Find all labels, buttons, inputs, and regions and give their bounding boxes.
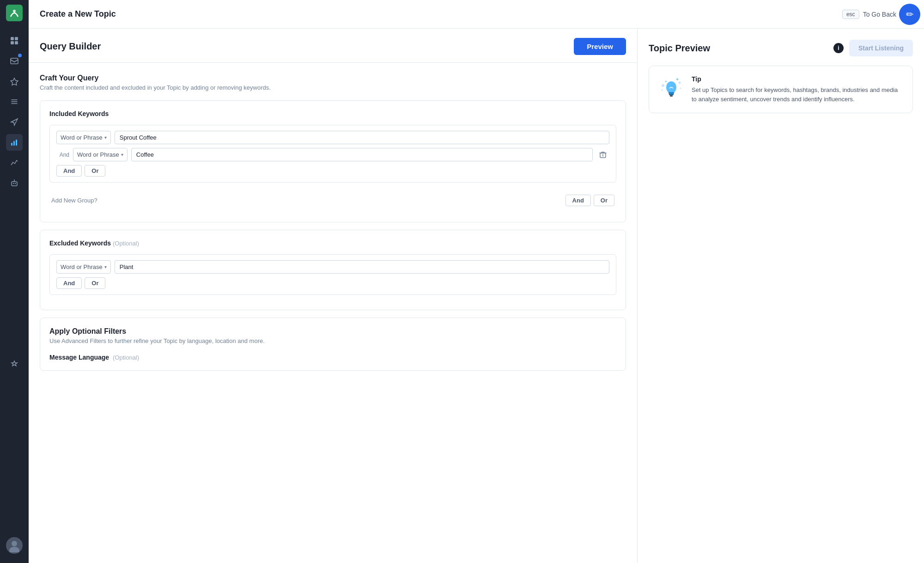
- svg-rect-11: [13, 141, 15, 146]
- add-group-and-button[interactable]: And: [565, 195, 591, 206]
- svg-point-24: [661, 89, 663, 91]
- svg-rect-6: [11, 58, 18, 64]
- to-go-back-label: To Go Back: [863, 11, 896, 18]
- left-panel: Query Builder Preview Craft Your Query C…: [29, 29, 638, 563]
- sidebar-avatar[interactable]: [6, 537, 23, 554]
- excluded-and-button[interactable]: And: [56, 277, 82, 289]
- included-or-button[interactable]: Or: [85, 165, 105, 177]
- info-icon[interactable]: i: [833, 43, 844, 53]
- tip-content: Tip Set up Topics to search for keywords…: [692, 75, 903, 104]
- message-language-optional: (Optional): [113, 354, 139, 361]
- esc-badge: esc: [842, 10, 859, 19]
- sidebar-item-bar-chart[interactable]: [6, 154, 23, 171]
- included-keywords-box: Included Keywords Word or Phrase ▾: [40, 100, 626, 222]
- panel-body: Craft Your Query Craft the content inclu…: [29, 63, 637, 389]
- included-type-select-1[interactable]: Word or Phrase ▾: [56, 131, 111, 144]
- sidebar-item-list[interactable]: [6, 93, 23, 110]
- included-and-or-group: And Or: [56, 165, 609, 177]
- craft-query-title: Craft Your Query: [40, 74, 626, 82]
- right-panel-actions: i Start Listening: [833, 40, 913, 56]
- craft-query-desc: Craft the content included and excluded …: [40, 84, 626, 91]
- sidebar-item-dashboard[interactable]: [6, 32, 23, 49]
- query-builder-title: Query Builder: [40, 41, 101, 52]
- svg-rect-32: [670, 95, 673, 97]
- page-title: Create a New Topic: [40, 9, 842, 19]
- svg-rect-30: [669, 92, 674, 94]
- excluded-keyword-group-1: Word or Phrase ▾ And Or: [49, 254, 616, 295]
- message-language-row: Message Language (Optional): [49, 354, 616, 361]
- svg-point-26: [680, 87, 681, 89]
- sidebar-item-bot[interactable]: [6, 175, 23, 191]
- included-and-button[interactable]: And: [56, 165, 82, 177]
- add-new-group-row: Add New Group? And Or: [49, 188, 616, 213]
- top-user-edit-button[interactable]: ✏: [899, 4, 920, 25]
- tip-title: Tip: [692, 75, 903, 83]
- main-content: Create a New Topic esc To Go Back × Quer…: [29, 0, 924, 563]
- add-new-group-label: Add New Group?: [51, 197, 97, 204]
- svg-point-18: [12, 541, 17, 546]
- excluded-or-button[interactable]: Or: [85, 277, 105, 289]
- edit-icon: ✏: [906, 9, 914, 20]
- sidebar-item-pin[interactable]: [6, 73, 23, 90]
- svg-point-19: [9, 547, 19, 552]
- excluded-keywords-title: Excluded Keywords (Optional): [49, 239, 616, 247]
- included-keyword-input-2[interactable]: [131, 148, 593, 161]
- svg-rect-13: [12, 182, 17, 186]
- included-keyword-row-2: And Word or Phrase ▾: [56, 148, 609, 161]
- sidebar-logo[interactable]: [6, 5, 23, 21]
- header: Create a New Topic esc To Go Back ×: [29, 0, 924, 29]
- start-listening-button[interactable]: Start Listening: [849, 40, 913, 56]
- included-type-select-2[interactable]: Word or Phrase ▾: [73, 148, 128, 161]
- query-builder-header: Query Builder Preview: [29, 29, 637, 63]
- preview-button[interactable]: Preview: [574, 38, 626, 55]
- add-new-group-buttons: And Or: [565, 195, 614, 206]
- chevron-down-icon-2: ▾: [121, 152, 123, 157]
- svg-rect-4: [11, 41, 14, 44]
- content-area: Query Builder Preview Craft Your Query C…: [29, 29, 924, 563]
- delete-row-button[interactable]: [596, 148, 609, 161]
- right-panel: Topic Preview i Start Listening: [638, 29, 924, 563]
- sidebar-item-send[interactable]: [6, 114, 23, 130]
- excluded-type-select-1[interactable]: Word or Phrase ▾: [56, 260, 111, 274]
- svg-point-1: [13, 10, 16, 12]
- add-group-or-button[interactable]: Or: [594, 195, 614, 206]
- svg-text:+: +: [676, 77, 679, 82]
- svg-rect-12: [16, 140, 17, 146]
- excluded-optional-label: (Optional): [113, 240, 139, 247]
- svg-point-25: [679, 82, 681, 84]
- tip-box: + + Tip Set up Topics: [649, 66, 913, 113]
- message-language-label: Message Language (Optional): [49, 354, 616, 361]
- svg-rect-5: [15, 41, 18, 44]
- included-keyword-input-1[interactable]: [115, 131, 609, 144]
- included-keyword-group-1: Word or Phrase ▾ And Word or Phrase: [49, 125, 616, 183]
- optional-filters-desc: Use Advanced Filters to further refine y…: [49, 337, 616, 344]
- svg-rect-31: [669, 94, 674, 95]
- sidebar-item-inbox[interactable]: [6, 53, 23, 69]
- tip-description: Set up Topics to search for keywords, ha…: [692, 86, 903, 104]
- excluded-keyword-row-1: Word or Phrase ▾: [56, 260, 609, 274]
- right-panel-header: Topic Preview i Start Listening: [649, 40, 913, 56]
- svg-point-14: [13, 183, 14, 184]
- svg-rect-2: [11, 37, 14, 40]
- svg-text:+: +: [665, 80, 667, 84]
- included-keyword-row-1: Word or Phrase ▾: [56, 131, 609, 144]
- chevron-down-icon-3: ▾: [104, 264, 107, 269]
- optional-filters-title: Apply Optional Filters: [49, 327, 616, 336]
- svg-point-23: [662, 84, 664, 87]
- excluded-keyword-input-1[interactable]: [115, 260, 609, 274]
- optional-filters-box: Apply Optional Filters Use Advanced Filt…: [40, 318, 626, 371]
- excluded-and-or-group: And Or: [56, 277, 609, 289]
- craft-query-section: Craft Your Query Craft the content inclu…: [40, 74, 626, 371]
- svg-point-15: [15, 183, 16, 184]
- svg-point-17: [14, 180, 15, 181]
- sidebar-item-analytics[interactable]: [6, 134, 23, 151]
- sidebar-item-star[interactable]: [6, 356, 23, 373]
- sidebar-avatar-container[interactable]: [6, 537, 23, 558]
- tip-icon-wrap: + +: [658, 75, 684, 101]
- topic-preview-title: Topic Preview: [649, 43, 710, 54]
- excluded-keywords-box: Excluded Keywords (Optional) Word or Phr…: [40, 230, 626, 310]
- svg-rect-3: [15, 37, 18, 40]
- included-keywords-title: Included Keywords: [49, 110, 616, 117]
- svg-rect-10: [11, 143, 12, 146]
- and-connector-label: And: [56, 152, 69, 158]
